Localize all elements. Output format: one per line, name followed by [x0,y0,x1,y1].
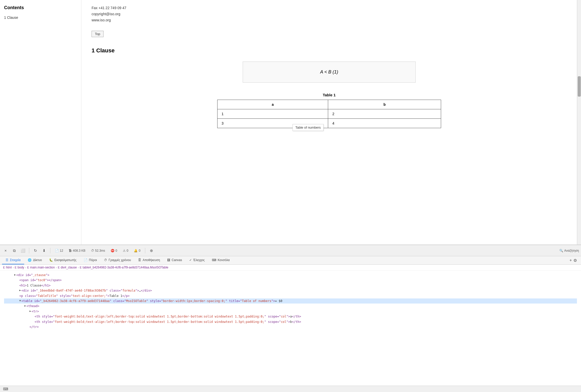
table-cell-1b: 2 [328,109,441,119]
audit-icon: ✓ [189,258,192,262]
tab-resources[interactable]: 📄 Πόροι [80,256,101,264]
debugger-icon: 🐛 [49,258,53,262]
contact-info: Fax +41 22 749 09 47 copyright@iso.org w… [92,5,567,23]
settings-icon[interactable]: ⚙ [573,258,577,263]
breadcrumb: E html › E body › E main.main-section › … [0,265,581,270]
formula-text: A < B (1) [320,69,338,74]
tab-debugger[interactable]: 🐛 Εκσφαλματωτής [46,256,80,264]
code-line-highlighted: ▼ <table id="_b4264982-3a38-4cf6-a7f9-ae… [4,298,577,304]
tab-storage[interactable]: 🗄 Αποθήκευση [135,256,164,264]
fax-line: Fax +41 22 749 09 47 [92,5,567,11]
canvas-icon: 🖼 [167,258,170,262]
alert-icon: 🔔 [134,249,138,252]
error-stat: ⛔ 0 [109,245,119,256]
scrollbar-thumb[interactable] [578,76,581,97]
breadcrumb-icon2: E [15,266,17,269]
console-toggle[interactable]: ⌨ [3,387,8,391]
download-button[interactable]: ⬇ [40,247,48,254]
breadcrumb-html[interactable]: html [6,266,12,269]
split-button[interactable]: ⬜ [19,247,26,254]
code-line-8: <th style="font-weight:bold;text-align:l… [4,314,577,319]
clause-heading: 1 Clause [92,47,567,54]
tab-timeline[interactable]: ⏱ Γραμμές χρόνου [100,256,135,264]
search-icon: 🔍 [559,249,563,252]
storage-icon: 🗄 [138,258,141,262]
table-section: Table 1 a b 1 2 3 [92,93,567,128]
browser-content: Contents 1 Clause Fax +41 22 749 09 47 c… [0,0,581,245]
devtools-panel: × ⧉ ⬜ ↻ ⬇ 📄 12 🗜 408.3 KB ⏱ 52.3ms ⛔ 0 [0,245,581,392]
top-button[interactable]: Top [92,31,104,37]
page-icon: 📄 [55,249,59,252]
breadcrumb-main[interactable]: main.main-section [30,266,55,269]
expand-icon[interactable]: ▶ [14,273,16,277]
cache-size: 408.3 KB [73,249,85,252]
table-cell-2a: 3 [217,119,328,128]
sidebar-item-clause[interactable]: 1 Clause [4,14,77,21]
tab-elements[interactable]: ☰ Στοιχεία [2,256,24,264]
breadcrumb-icon5: E [80,266,82,269]
main-content: Fax +41 22 749 09 47 copyright@iso.org w… [81,0,577,245]
sidebar-item-label: Clause [7,16,18,20]
expand-icon[interactable]: ▶ [19,288,21,292]
canvas-label: Canvas [172,258,182,262]
time-value: 52.3ms [95,249,105,252]
website-line: www.iso.org [92,17,567,23]
code-line-2: <span id="toc0"></span> [4,278,577,283]
code-line-4: ▶ <div id="_16eedbbd-0a4f-474f-ae4d-1f88… [4,288,577,293]
time-stat: ⏱ 52.3ms [89,245,107,256]
breadcrumb-body[interactable]: body [18,266,24,269]
breadcrumb-table[interactable]: table#_b4264982-3a38-4cf6-a7f9-ae8d37144… [83,266,168,269]
table-row: 3 4 [217,119,441,128]
crosshair-button[interactable]: ⊕ [148,247,155,254]
warning-stat: ⚠ 0 [121,245,130,256]
tab-network[interactable]: 🌐 Δίκτυο [24,256,46,264]
breadcrumb-icon4: E [58,266,60,269]
breadcrumb-icon: E [3,266,5,269]
timeline-icon: ⏱ [104,258,107,262]
code-line-1: ▶ <div id="_ctause"> [4,273,577,278]
elements-label: Στοιχεία [10,258,21,262]
pages-stat: 📄 12 [53,245,65,256]
table-cell-1a: 1 [217,109,328,119]
console-label: Κονσόλα [218,258,230,262]
error-count: 0 [115,249,117,252]
add-tab-button[interactable]: + [570,258,572,263]
tab-canvas[interactable]: 🖼 Canvas [164,256,186,264]
separator [29,248,29,253]
reload-button[interactable]: ↻ [32,247,39,254]
resources-icon: 📄 [84,258,88,262]
table-header-row: a b [217,100,441,109]
tab-audit[interactable]: ✓ Έλεγχος [186,256,208,264]
devtools-bottom-bar: ⌨ [0,386,581,392]
alert-count: 0 [139,249,140,252]
data-table: a b 1 2 3 4 [217,100,441,128]
expand-icon[interactable]: ▼ [19,298,21,303]
tab-console[interactable]: ⌨ Κονσόλα [208,256,233,264]
expand-icon[interactable]: ▶ [30,309,31,313]
resources-label: Πόροι [89,258,97,262]
scrollbar[interactable] [577,0,581,245]
code-line-3: <h1>1 Clause</h1> [4,283,577,288]
table-row: 1 2 [217,109,441,119]
expand-icon[interactable]: ▶ [24,304,26,308]
debugger-label: Εκσφαλματωτής [54,258,77,262]
code-line-5: <p class="TableTitle" style="text-align:… [4,293,577,298]
table-header-b: b [328,100,441,109]
formula-block: A < B (1) [243,62,416,83]
close-button[interactable]: × [2,247,9,254]
pages-count: 12 [60,249,63,252]
breadcrumb-div-clause[interactable]: div#_clause [61,266,77,269]
timeline-label: Γραμμές χρόνου [109,258,131,262]
cache-stat: 🗜 408.3 KB [67,245,87,256]
time-icon: ⏱ [91,249,94,252]
storage-label: Αποθήκευση [143,258,160,262]
undock-button[interactable]: ⧉ [11,247,18,254]
sidebar-item-number: 1 [4,16,7,20]
email-line: copyright@iso.org [92,11,567,17]
audit-label: Έλεγχος [193,258,205,262]
elements-icon: ☰ [6,258,8,262]
devtools-toolbar: × ⧉ ⬜ ↻ ⬇ 📄 12 🗜 408.3 KB ⏱ 52.3ms ⛔ 0 [0,245,581,256]
error-icon: ⛔ [111,249,114,252]
separator [50,248,50,253]
table-header-a: a [217,100,328,109]
